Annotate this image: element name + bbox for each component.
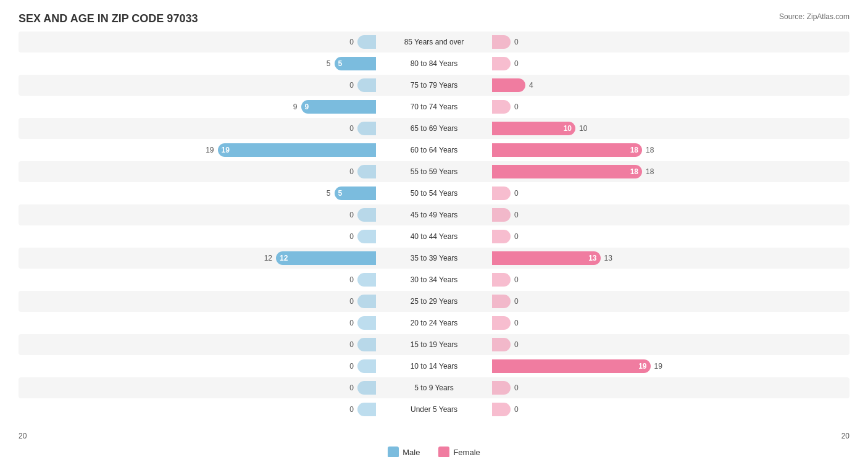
axis-right: 20 (841, 432, 849, 440)
female-bar (492, 35, 511, 49)
page-container: SEX AND AGE IN ZIP CODE 97033 Source: Zi… (0, 0, 868, 457)
female-bar: 18 (492, 165, 642, 178)
female-value: 19 (638, 362, 646, 371)
male-zero: 5 (319, 189, 331, 198)
male-swatch (388, 447, 399, 457)
left-section: 0 (19, 118, 378, 139)
chart-area: 0 85 Years and over 0 5 5 80 to 84 Years… (19, 31, 849, 427)
female-zero: 0 (514, 275, 527, 284)
male-zero: 19 (202, 146, 214, 154)
male-zero: 0 (341, 167, 354, 176)
age-label: 45 to 49 Years (378, 211, 490, 219)
legend-female: Female (438, 447, 480, 457)
male-zero: 0 (341, 81, 354, 90)
male-zero: 0 (341, 362, 354, 371)
age-label: 20 to 24 Years (378, 319, 490, 327)
male-bar: 9 (301, 100, 377, 114)
female-zero: 0 (514, 211, 527, 219)
female-bar (492, 316, 511, 330)
left-section: 5 5 (19, 183, 378, 204)
male-zero: 9 (285, 103, 298, 111)
right-section: 0 (490, 96, 849, 117)
male-bar (357, 165, 376, 178)
female-zero: 0 (514, 405, 527, 414)
female-zero: 18 (646, 167, 658, 176)
male-bar: 5 (335, 187, 377, 200)
male-zero: 0 (341, 275, 354, 284)
male-zero: 0 (341, 124, 354, 133)
left-section: 0 (19, 31, 378, 52)
legend: Male Female (19, 447, 849, 457)
female-bar (492, 295, 511, 308)
female-bar: 10 (492, 122, 575, 135)
table-row: 0 Under 5 Years 0 (19, 399, 849, 420)
female-zero: 18 (646, 146, 658, 154)
female-bar (492, 57, 511, 70)
female-bar (492, 187, 511, 200)
male-bar (357, 381, 376, 395)
female-bar: 18 (492, 143, 642, 157)
age-label: 40 to 44 Years (378, 232, 490, 241)
male-value: 9 (305, 103, 309, 111)
female-zero: 0 (514, 38, 527, 46)
male-value: 5 (338, 189, 343, 198)
right-section: 0 (490, 269, 849, 290)
left-section: 0 (19, 312, 378, 333)
table-row: 19 19 60 to 64 Years 18 18 (19, 140, 849, 161)
left-section: 0 (19, 269, 378, 290)
age-label: 65 to 69 Years (378, 124, 490, 133)
female-swatch (438, 447, 449, 457)
male-value: 19 (222, 146, 230, 154)
female-bar (492, 100, 511, 114)
male-bar (357, 78, 376, 92)
female-bar (492, 273, 511, 287)
left-section: 0 (19, 399, 378, 420)
table-row: 0 5 to 9 Years 0 (19, 377, 849, 398)
left-section: 0 (19, 334, 378, 355)
age-label: 35 to 39 Years (378, 254, 490, 262)
right-section: 0 (490, 53, 849, 74)
age-label: 10 to 14 Years (378, 362, 490, 371)
table-row: 0 45 to 49 Years 0 (19, 204, 849, 225)
right-section: 18 18 (490, 140, 849, 161)
male-label: Male (403, 448, 420, 457)
male-bar (357, 35, 376, 49)
female-zero: 10 (579, 124, 591, 133)
legend-male: Male (388, 447, 420, 457)
male-zero: 12 (260, 254, 272, 262)
female-zero: 19 (654, 362, 667, 371)
age-label: 5 to 9 Years (378, 384, 490, 392)
female-bar: 19 (492, 359, 651, 373)
female-value: 10 (564, 124, 572, 133)
table-row: 0 25 to 29 Years 0 (19, 291, 849, 312)
male-bar: 12 (276, 251, 376, 265)
table-row: 0 15 to 19 Years 0 (19, 334, 849, 355)
male-value: 5 (338, 59, 343, 68)
female-value: 18 (630, 146, 638, 154)
age-label: 55 to 59 Years (378, 167, 490, 176)
age-label: 75 to 79 Years (378, 81, 490, 90)
left-section: 0 (19, 356, 378, 377)
female-bar (492, 403, 511, 416)
male-bar (357, 273, 376, 287)
age-label: 85 Years and over (378, 38, 490, 46)
male-zero: 0 (341, 340, 354, 349)
female-bar (492, 78, 525, 92)
right-section: 10 10 (490, 118, 849, 139)
age-label: 70 to 74 Years (378, 103, 490, 111)
male-bar (357, 359, 376, 373)
male-zero: 0 (341, 384, 354, 392)
right-section: 0 (490, 312, 849, 333)
table-row: 0 40 to 44 Years 0 (19, 226, 849, 247)
left-section: 0 (19, 226, 378, 247)
table-row: 0 75 to 79 Years 4 (19, 75, 849, 96)
male-bar (357, 403, 376, 416)
male-bar: 5 (335, 57, 377, 70)
female-zero: 0 (514, 384, 527, 392)
right-section: 0 (490, 31, 849, 52)
right-section: 0 (490, 291, 849, 312)
left-section: 0 (19, 204, 378, 225)
age-label: 30 to 34 Years (378, 275, 490, 284)
right-section: 0 (490, 183, 849, 204)
male-zero: 0 (341, 297, 354, 306)
